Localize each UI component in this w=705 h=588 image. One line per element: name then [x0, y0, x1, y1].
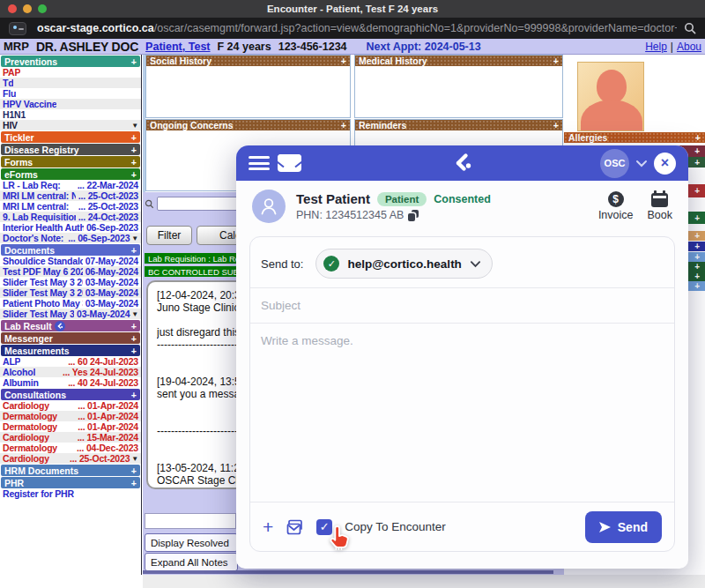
clinic-chevron-icon[interactable]	[635, 160, 648, 167]
sidebar-item-cardiology[interactable]: Cardiology... 01-Apr-2024	[0, 400, 141, 411]
sidebar-item-flu[interactable]: Flu	[0, 88, 141, 99]
sidebar-item-9-lab-requisition[interactable]: 9. Lab Requisition:... 24-Oct-2023	[0, 212, 141, 222]
sidebar-item-test-pdf-may-6-202[interactable]: Test PDF May 6 202...06-May-2024	[0, 266, 141, 277]
section-add-button[interactable]: +	[131, 346, 137, 356]
close-modal-button[interactable]: ×	[654, 153, 676, 175]
medical-history-add-button[interactable]: +	[553, 56, 559, 66]
sidebar-section-lab-result[interactable]: Lab Result+	[1, 320, 140, 331]
sidebar-section-eforms[interactable]: eForms+	[1, 168, 140, 180]
expand-all-notes-button[interactable]: Expand All Notes	[145, 553, 238, 571]
send-button[interactable]: Send	[585, 511, 662, 543]
display-resolved-button[interactable]: Display Resolved	[145, 533, 238, 552]
sidebar-section-consultations[interactable]: Consultations+	[1, 389, 140, 400]
sidebar-section-disease-registry[interactable]: Disease Registry+	[1, 144, 140, 155]
section-add-button[interactable]: +	[131, 157, 137, 167]
section-add-button[interactable]: +	[131, 465, 137, 476]
sidebar-item-pap[interactable]: PAP	[0, 67, 141, 78]
sidebar-item-cardiology[interactable]: Cardiology... 25-Oct-2023▼	[0, 453, 141, 464]
sidebar-item-hiv[interactable]: HIV▼	[0, 120, 141, 130]
section-add-button[interactable]: +	[131, 478, 137, 488]
sidebar-item-lr-lab-req[interactable]: LR - Lab Req:... 22-Mar-2024	[0, 180, 141, 190]
sidebar-item-doctor-s-note[interactable]: Doctor's Note:... 06-Sep-2023▼	[0, 233, 141, 243]
note-search-input[interactable]	[157, 197, 241, 211]
sidebar-item-mri-lm-central-n-a[interactable]: MRI LM central: N/A... 25-Oct-2023	[0, 190, 141, 201]
message-input[interactable]	[250, 324, 674, 456]
expand-caret-icon[interactable]: ▼	[131, 310, 138, 318]
sidebar-section-preventions[interactable]: Preventions+	[1, 56, 140, 67]
sidebar-item-patient-photo-may-3[interactable]: Patient Photo May 3...03-May-2024	[0, 298, 141, 309]
expand-caret-icon[interactable]: ▼	[131, 455, 138, 463]
sidebar-section-documents[interactable]: Documents+	[1, 244, 140, 256]
section-add-button[interactable]: +	[694, 158, 705, 167]
sidebar-item-shouldice-standalon[interactable]: Shouldice Standalon...07-May-2024	[0, 256, 141, 266]
section-add-button[interactable]: +	[694, 281, 705, 291]
menu-icon[interactable]	[249, 156, 270, 170]
sidebar-item-alp[interactable]: ALP... 60 24-Jul-2023	[0, 356, 141, 367]
sidebar-item-h1n1[interactable]: H1N1	[0, 109, 141, 120]
search-icon[interactable]	[684, 22, 696, 34]
section-add-button[interactable]: +	[131, 245, 137, 256]
section-add-button[interactable]: +	[694, 146, 705, 156]
sidebar-section-phr[interactable]: PHR+	[1, 477, 140, 488]
sidebar-item-slider-test-may-3-20[interactable]: Slider Test May 3 20...03-May-2024	[0, 287, 141, 298]
sidebar-item-mri-lm-central[interactable]: MRI LM central:... 25-Oct-2023	[0, 201, 141, 212]
sidebar-section-hrm-documents[interactable]: HRM Documents+	[1, 465, 140, 476]
sidebar-item-dermatology[interactable]: Dermatology... 04-Dec-2023	[0, 443, 141, 453]
close-window-button[interactable]	[8, 4, 17, 13]
mail-icon[interactable]	[278, 154, 301, 172]
expand-caret-icon[interactable]: ▼	[131, 234, 138, 242]
clinic-badge[interactable]: OSC	[600, 149, 629, 178]
sidebar-item-slider-test-may-3-20[interactable]: Slider Test May 3 20...03-May-2024	[0, 277, 141, 287]
section-add-button[interactable]: +	[131, 132, 137, 143]
recipient-dropdown[interactable]: ✓ help@cortico.health	[315, 249, 492, 279]
book-button[interactable]: Book	[648, 191, 673, 221]
section-add-button[interactable]: +	[694, 242, 705, 251]
social-history-add-button[interactable]: +	[341, 56, 346, 66]
section-add-button[interactable]: +	[131, 169, 137, 180]
reminders-add-button[interactable]: +	[553, 120, 559, 130]
section-add-button[interactable]: +	[131, 321, 137, 331]
sidebar-section-forms[interactable]: Forms+	[1, 156, 140, 167]
sidebar-item-register-for-phr[interactable]: Register for PHR	[0, 488, 141, 499]
section-add-button[interactable]: +	[131, 390, 137, 400]
section-add-button[interactable]: +	[131, 56, 137, 67]
sidebar-section-messenger[interactable]: Messenger+	[1, 332, 140, 344]
sidebar-item-td[interactable]: Td	[0, 78, 141, 88]
browser-url-bar[interactable]: oscar-stage.cortico.ca/oscar/casemgmt/fo…	[0, 18, 705, 39]
sidebar-item-hpv-vaccine[interactable]: HPV Vaccine	[0, 99, 141, 109]
templates-icon[interactable]	[286, 518, 304, 536]
section-add-button[interactable]: +	[694, 231, 705, 241]
about-link[interactable]: Abou	[677, 41, 701, 53]
url-text[interactable]: oscar-stage.cortico.ca/oscar/casemgmt/fo…	[37, 22, 677, 34]
allergies-add-button[interactable]: +	[695, 132, 701, 143]
sidebar-item-cardiology[interactable]: Cardiology... 15-Mar-2024	[0, 432, 141, 443]
section-add-button[interactable]: +	[694, 252, 705, 262]
section-add-button[interactable]: +	[131, 145, 137, 155]
patient-name-link[interactable]: Patient, Test	[145, 41, 210, 53]
minimize-window-button[interactable]	[23, 4, 32, 13]
section-add-button[interactable]: +	[694, 272, 705, 281]
zoom-window-button[interactable]	[38, 4, 47, 13]
section-add-button[interactable]: +	[694, 213, 705, 223]
copy-phn-icon[interactable]	[408, 210, 419, 221]
note-input-box[interactable]	[145, 513, 236, 529]
sidebar-section-tickler[interactable]: Tickler+	[1, 131, 140, 143]
filter-button[interactable]: Filter	[146, 226, 192, 245]
sidebar-item-alcohol[interactable]: Alcohol... Yes 24-Jul-2023	[0, 367, 141, 377]
sidebar-item-dermatology[interactable]: Dermatology... 01-Apr-2024	[0, 421, 141, 432]
allergies-section-header[interactable]: Allergies +	[564, 132, 705, 143]
subject-input[interactable]	[250, 288, 674, 323]
sidebar-item-interior-health-auth[interactable]: Interior Health Auth...06-Sep-2023	[0, 222, 141, 233]
ongoing-concerns-add-button[interactable]: +	[341, 120, 346, 130]
section-add-button[interactable]: +	[131, 333, 137, 344]
sidebar-section-measurements[interactable]: Measurements+	[1, 345, 140, 356]
patient-photo[interactable]	[577, 62, 644, 131]
sidebar-item-dermatology[interactable]: Dermatology... 01-Apr-2024	[0, 411, 141, 421]
invoice-button[interactable]: $ Invoice	[598, 191, 634, 221]
sidebar-item-albumin[interactable]: Albumin... 40 24-Jul-2023	[0, 377, 141, 388]
add-attachment-button[interactable]: +	[263, 517, 273, 536]
section-add-button[interactable]: +	[694, 186, 705, 196]
help-link[interactable]: Help	[645, 41, 667, 53]
cortico-mini-logo-icon[interactable]	[55, 321, 65, 331]
expand-caret-icon[interactable]: ▼	[131, 122, 138, 130]
